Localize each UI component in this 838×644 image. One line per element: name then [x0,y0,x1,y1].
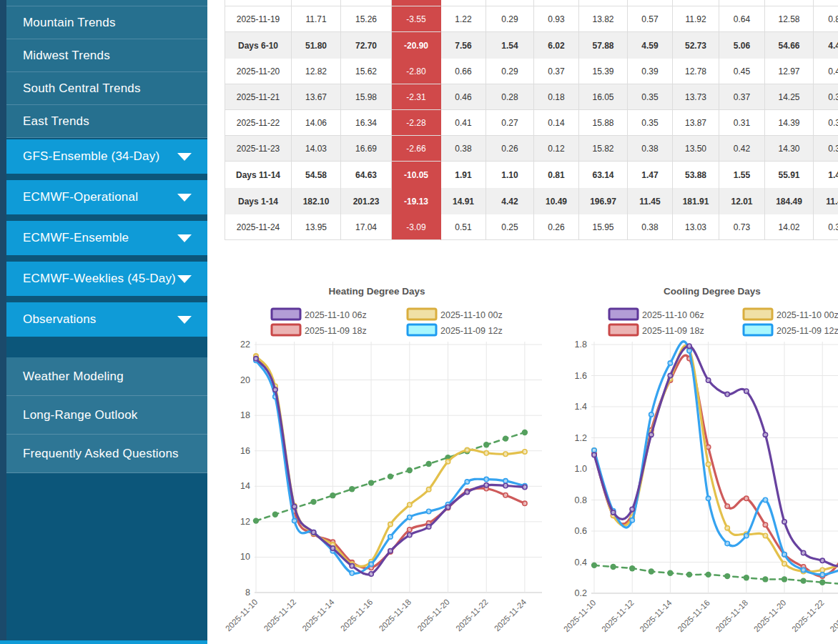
sidebar-item-label: GFS-Ensemble (34-Day) [23,149,159,164]
value-cell: 0.14 [534,110,579,136]
legend-item[interactable]: 2025-11-10 00z [408,309,503,320]
table-row: 2025-11-2012.8215.62-2.800.660.290.3715.… [225,59,838,84]
y-axis-tick-label: 0.6 [575,526,587,536]
data-point-marker [687,344,691,348]
data-point-marker [425,461,431,467]
sidebar-item-observations[interactable]: Observations [6,302,207,337]
value-cell: 15.98 [341,84,392,110]
value-cell: 15.62 [341,59,392,84]
table-row: 2025-11-2113.6715.98-2.310.460.280.1816.… [225,84,838,110]
y-axis-tick-label: 8 [245,588,250,598]
data-point-marker [649,568,654,574]
sidebar-item-clipped[interactable] [6,0,207,6]
value-cell: 13.95 [292,214,341,240]
value-cell [486,0,534,6]
value-cell: 0.26 [534,214,579,240]
value-cell: 57.88 [579,32,628,59]
legend-label: 2025-11-10 00z [440,310,503,320]
value-cell [441,0,486,6]
value-cell: 13.50 [673,136,719,162]
data-point-marker [503,493,508,497]
data-point-marker [427,525,431,529]
sidebar-item-south-central-trends[interactable]: South Central Trends [6,72,207,105]
value-cell: 0.41 [441,110,486,136]
anomaly-cell: -3.55 [392,6,441,32]
sidebar-item-label: South Central Trends [23,81,141,96]
value-cell: 15.82 [579,136,628,162]
series-line-2025-11-09-12z [256,360,525,573]
legend-swatch [744,325,772,335]
value-cell: 15.88 [579,110,628,136]
legend-item[interactable]: 2025-11-10 00z [744,309,838,320]
sidebar-item-ecmwf-ensemble[interactable]: ECMWF-Ensemble [6,221,207,255]
value-cell: 1.47 [814,162,838,188]
legend-swatch [408,309,436,319]
sidebar-left-strip [0,0,6,644]
legend-item[interactable]: 2025-11-10 06z [272,309,367,320]
sidebar-item-gfs-ensemble-34-day[interactable]: GFS-Ensemble (34-Day) [6,139,207,174]
sidebar-item-long-range-outlook[interactable]: Long-Range Outlook [6,396,207,435]
value-cell: 0.51 [441,214,486,240]
value-cell [814,0,838,6]
value-cell [719,0,765,6]
value-cell: 196.97 [579,188,628,214]
sidebar-item-midwest-trends[interactable]: Midwest Trends [6,39,207,72]
chevron-down-icon [177,275,192,283]
sidebar-nav-top-group: Mountain TrendsMidwest TrendsSouth Centr… [6,0,207,138]
sidebar-item-mountain-trends[interactable]: Mountain Trends [6,6,207,39]
value-cell: 11.71 [292,6,341,32]
data-point-marker [630,507,634,511]
value-cell: 0.46 [441,84,486,110]
cooling-degree-days-chart: Cooling Degree Days2025-11-10 06z2025-11… [551,283,838,644]
data-point-marker [630,518,634,522]
value-cell: 13.82 [579,6,628,32]
legend-item[interactable]: 2025-11-09 12z [744,325,838,336]
sidebar-item-label: ECMWF-Weeklies (45-Day) [23,272,176,286]
value-cell: 181.91 [673,188,719,214]
sidebar-item-ecmwf-weeklies-45-day[interactable]: ECMWF-Weeklies (45-Day) [6,262,207,296]
value-cell: 0.35 [814,136,838,162]
value-cell: 0.27 [486,110,534,136]
data-point-marker [744,575,749,580]
data-point-marker [744,533,749,538]
data-point-marker [503,452,508,456]
y-axis-tick-label: 10 [240,552,250,562]
value-cell: 12.78 [673,59,719,84]
value-cell: 6.02 [534,32,579,59]
y-axis-tick-label: 1.2 [575,433,587,443]
data-point-marker [253,517,259,523]
sidebar-item-east-trends[interactable]: East Trends [6,105,207,138]
sidebar-item-frequently-asked-questions[interactable]: Frequently Asked Questions [6,435,207,473]
value-cell: 0.45 [719,59,765,84]
data-point-marker [408,527,412,532]
data-point-marker [445,505,450,509]
value-cell: 1.22 [441,6,486,32]
value-cell: 14.03 [292,136,341,162]
value-cell: 12.97 [765,59,814,84]
x-axis-tick-label: 2025-11-20 [752,598,787,633]
legend-item[interactable]: 2025-11-09 12z [408,325,503,336]
value-cell [765,0,814,6]
chart-title: Cooling Degree Days [664,286,761,297]
value-cell: 0.35 [814,84,838,110]
value-cell: 0.31 [719,110,765,136]
value-cell: 0.28 [486,84,534,110]
value-cell: 14.30 [765,136,814,162]
sidebar-item-weather-modeling[interactable]: Weather Modeling [6,357,207,396]
row-label-cell: 2025-11-23 [225,136,292,162]
legend-item[interactable]: 2025-11-09 18z [609,325,704,336]
sidebar-item-ecmwf-operational[interactable]: ECMWF-Operational [6,180,207,214]
value-cell: 51.80 [292,32,341,59]
data-point-marker [388,549,393,553]
data-point-marker [763,533,767,538]
data-point-marker [592,448,596,452]
legend-swatch [609,309,638,319]
data-point-marker [762,576,768,582]
value-cell: 54.58 [292,162,341,188]
legend-item[interactable]: 2025-11-10 06z [609,309,704,320]
anomaly-cell: -3.09 [392,214,441,240]
value-cell: 1.47 [628,162,673,188]
value-cell: 11.48 [814,188,838,214]
legend-item[interactable]: 2025-11-09 18z [272,325,367,336]
value-cell: 0.66 [441,59,486,84]
